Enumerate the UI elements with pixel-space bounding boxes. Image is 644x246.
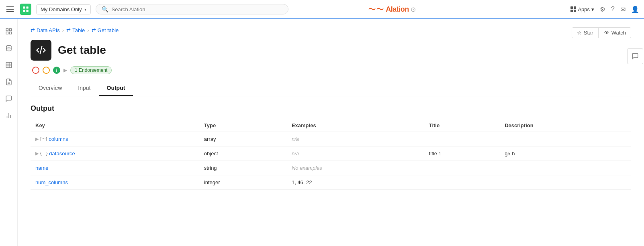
help-icon[interactable]: ? — [611, 6, 615, 13]
main-content: ⇄ Data APIs › ⇄ Table › ⇄ Get table ☆ St… — [18, 19, 644, 246]
page-header: Get table — [31, 40, 631, 61]
expand-button-columns[interactable]: ▶ — [35, 136, 39, 142]
table-header-row: Key Type Examples Title Description — [31, 119, 631, 132]
svg-rect-2 — [23, 10, 25, 12]
user-icon[interactable]: 👤 — [631, 6, 639, 13]
hamburger-button[interactable] — [5, 5, 15, 14]
key-type-badge-columns: [⋯] — [40, 136, 47, 142]
expand-button-datasource[interactable]: ▶ — [35, 151, 39, 156]
table-row: num_columnsinteger1, 46, 22 — [31, 175, 631, 190]
key-type-badge-datasource: {⋯} — [40, 151, 47, 156]
breadcrumb-sep-1: › — [62, 27, 64, 33]
navbar: My Domains Only ▾ 🔍 〜〜 Alation ⊙ Apps ▾ … — [0, 0, 644, 19]
breadcrumb: ⇄ Data APIs › ⇄ Table › ⇄ Get table — [31, 27, 631, 33]
svg-point-8 — [6, 45, 11, 47]
search-circle-icon: ⊙ — [411, 6, 416, 13]
apps-grid-icon — [570, 6, 576, 12]
alation-brand-name: Alation — [386, 5, 409, 14]
cell-type-columns: array — [199, 132, 287, 146]
comment-panel — [626, 48, 644, 64]
cell-description-name — [500, 161, 631, 175]
col-header-title: Title — [424, 119, 500, 132]
breadcrumb-sep-2: › — [87, 27, 89, 33]
cell-type-name: string — [199, 161, 287, 175]
search-icon: 🔍 — [102, 6, 108, 12]
table-row: ▶{⋯} datasourceobjectn/atitle 1g5 h — [31, 146, 631, 161]
svg-rect-3 — [27, 10, 29, 12]
alation-logo — [20, 4, 31, 15]
cell-key-num_columns: num_columns — [31, 175, 199, 190]
cell-type-num_columns: integer — [199, 175, 287, 190]
svg-rect-9 — [6, 62, 12, 68]
star-button[interactable]: ☆ Star — [572, 28, 599, 38]
cell-key-name: name — [31, 161, 199, 175]
status-circle-red — [32, 67, 39, 74]
breadcrumb-data-apis[interactable]: ⇄ Data APIs — [31, 27, 60, 33]
comment-button[interactable] — [627, 48, 643, 64]
col-header-examples: Examples — [287, 119, 424, 132]
svg-rect-5 — [9, 28, 11, 30]
sidebar-item-document[interactable] — [2, 75, 16, 89]
get-table-icon: ⇄ — [92, 27, 96, 33]
table-icon: ⇄ — [66, 27, 71, 33]
notifications-icon[interactable]: ✉ — [620, 6, 626, 13]
sidebar-item-chart[interactable] — [2, 108, 16, 123]
alation-brand-icon: 〜〜 — [368, 4, 384, 15]
cell-type-datasource: object — [199, 146, 287, 161]
sidebar-item-catalog[interactable] — [2, 24, 16, 39]
key-link-datasource[interactable]: datasource — [49, 150, 75, 157]
tab-overview[interactable]: Overview — [31, 81, 70, 96]
layout: ⇄ Data APIs › ⇄ Table › ⇄ Get table ☆ St… — [0, 19, 644, 246]
svg-rect-7 — [9, 32, 11, 34]
output-table: Key Type Examples Title Description ▶[⋯]… — [31, 119, 631, 190]
cell-title-name — [424, 161, 500, 175]
breadcrumb-get-table[interactable]: ⇄ Get table — [92, 27, 119, 33]
apps-label: Apps — [578, 6, 590, 12]
col-header-description: Description — [500, 119, 631, 132]
status-row: i ▶ 1 Endorsement — [31, 66, 631, 74]
watch-button[interactable]: 👁 Watch — [599, 28, 631, 38]
settings-icon[interactable]: ⚙ — [600, 6, 605, 13]
output-section: Output Key Type Examples Title Descripti… — [31, 104, 631, 190]
alation-brand: 〜〜 Alation ⊙ — [368, 4, 416, 15]
search-input[interactable] — [112, 6, 282, 12]
key-link-name[interactable]: name — [35, 165, 49, 171]
navbar-left: My Domains Only ▾ — [5, 4, 91, 15]
table-row: namestringNo examples — [31, 161, 631, 175]
cell-description-columns — [500, 132, 631, 146]
tab-input[interactable]: Input — [70, 81, 98, 96]
sidebar — [0, 19, 18, 246]
cell-key-datasource: ▶{⋯} datasource — [31, 146, 199, 161]
endorsement-badge[interactable]: 1 Endorsement — [70, 66, 112, 74]
cell-title-num_columns — [424, 175, 500, 190]
page-actions: ☆ Star 👁 Watch — [572, 27, 631, 38]
sidebar-item-chat[interactable] — [2, 91, 16, 106]
breadcrumb-table[interactable]: ⇄ Table — [66, 27, 85, 33]
cell-examples-datasource: n/a — [287, 146, 424, 161]
col-header-type: Type — [199, 119, 287, 132]
eye-icon: 👁 — [604, 30, 609, 36]
tab-output[interactable]: Output — [99, 81, 133, 96]
sidebar-item-database[interactable] — [2, 41, 16, 55]
svg-rect-1 — [27, 6, 29, 8]
cell-key-columns: ▶[⋯] columns — [31, 132, 199, 146]
cell-examples-num_columns: 1, 46, 22 — [287, 175, 424, 190]
cell-examples-columns: n/a — [287, 132, 424, 146]
page-title: Get table — [58, 44, 106, 57]
page-icon — [31, 40, 51, 61]
sidebar-item-grid[interactable] — [2, 58, 16, 72]
arrow-right-icon: ▶ — [63, 67, 67, 73]
domain-selector-text: My Domains Only — [41, 6, 82, 12]
col-header-key: Key — [31, 119, 199, 132]
cell-title-datasource: title 1 — [424, 146, 500, 161]
key-link-num_columns[interactable]: num_columns — [35, 179, 68, 185]
cell-title-columns — [424, 132, 500, 146]
apps-button[interactable]: Apps ▾ — [570, 6, 594, 12]
output-section-title: Output — [31, 104, 631, 113]
domain-selector[interactable]: My Domains Only ▾ — [36, 4, 91, 14]
key-link-columns[interactable]: columns — [49, 136, 68, 142]
search-bar[interactable]: 🔍 — [96, 4, 288, 14]
svg-rect-6 — [6, 32, 8, 34]
chevron-down-icon: ▾ — [84, 7, 86, 12]
svg-rect-0 — [23, 6, 25, 8]
